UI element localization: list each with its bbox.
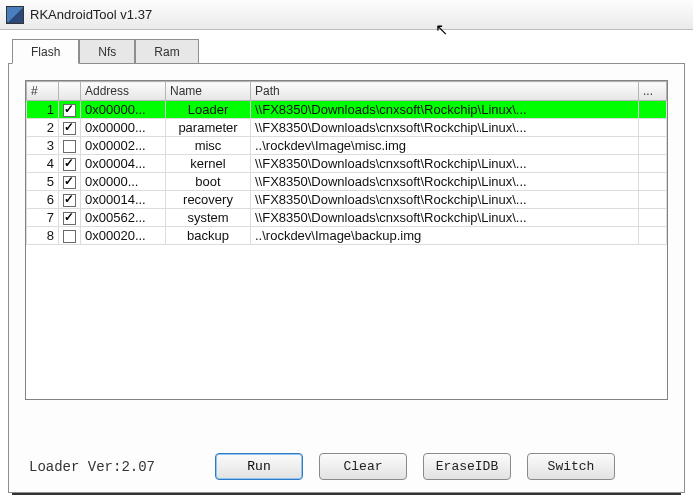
row-num: 6 [27,191,59,209]
tab-nfs[interactable]: Nfs [79,39,135,64]
col-header-more[interactable]: ... [639,82,667,101]
clear-button[interactable]: Clear [319,453,407,480]
table-row[interactable]: 20x00000...parameter\\FX8350\Downloads\c… [27,119,667,137]
run-button[interactable]: Run [215,453,303,480]
row-checkbox[interactable] [59,155,81,173]
row-checkbox[interactable] [59,227,81,245]
table-row[interactable]: 40x00004...kernel\\FX8350\Downloads\cnxs… [27,155,667,173]
app-icon [6,6,24,24]
loader-version-label: Loader Ver:2.07 [29,459,199,475]
row-path[interactable]: ..\rockdev\Image\backup.img [251,227,639,245]
row-address[interactable]: 0x00002... [81,137,166,155]
row-name[interactable]: backup [166,227,251,245]
row-num: 7 [27,209,59,227]
partition-list[interactable]: # Address Name Path ... 10x00000...Loade… [25,80,668,400]
row-checkbox[interactable] [59,209,81,227]
row-address[interactable]: 0x00004... [81,155,166,173]
row-checkbox[interactable] [59,173,81,191]
row-address[interactable]: 0x00562... [81,209,166,227]
status-text: Found RKAndroid Loader Rock Usb [12,493,681,500]
col-header-num[interactable]: # [27,82,59,101]
table-row[interactable]: 50x0000...boot\\FX8350\Downloads\cnxsoft… [27,173,667,191]
row-more[interactable] [639,119,667,137]
row-name[interactable]: boot [166,173,251,191]
col-header-address[interactable]: Address [81,82,166,101]
row-num: 3 [27,137,59,155]
eraseidb-button[interactable]: EraseIDB [423,453,511,480]
tabstrip: Flash Nfs Ram [12,38,685,63]
col-header-name[interactable]: Name [166,82,251,101]
row-path[interactable]: ..\rockdev\Image\misc.img [251,137,639,155]
row-name[interactable]: Loader [166,101,251,119]
table-row[interactable]: 60x00014...recovery\\FX8350\Downloads\cn… [27,191,667,209]
row-address[interactable]: 0x0000... [81,173,166,191]
row-name[interactable]: parameter [166,119,251,137]
row-more[interactable] [639,155,667,173]
titlebar: RKAndroidTool v1.37 [0,0,693,30]
row-path[interactable]: \\FX8350\Downloads\cnxsoft\Rockchip\Linu… [251,119,639,137]
window-title: RKAndroidTool v1.37 [30,7,152,22]
row-num: 5 [27,173,59,191]
row-checkbox[interactable] [59,119,81,137]
row-name[interactable]: system [166,209,251,227]
row-path[interactable]: \\FX8350\Downloads\cnxsoft\Rockchip\Linu… [251,173,639,191]
row-path[interactable]: \\FX8350\Downloads\cnxsoft\Rockchip\Linu… [251,101,639,119]
row-address[interactable]: 0x00000... [81,101,166,119]
row-num: 1 [27,101,59,119]
row-checkbox[interactable] [59,101,81,119]
row-num: 8 [27,227,59,245]
row-num: 2 [27,119,59,137]
row-address[interactable]: 0x00020... [81,227,166,245]
col-header-path[interactable]: Path [251,82,639,101]
row-checkbox[interactable] [59,191,81,209]
row-name[interactable]: misc [166,137,251,155]
row-more[interactable] [639,137,667,155]
row-num: 4 [27,155,59,173]
switch-button[interactable]: Switch [527,453,615,480]
row-more[interactable] [639,227,667,245]
row-path[interactable]: \\FX8350\Downloads\cnxsoft\Rockchip\Linu… [251,209,639,227]
row-address[interactable]: 0x00014... [81,191,166,209]
table-row[interactable]: 80x00020...backup..\rockdev\Image\backup… [27,227,667,245]
row-address[interactable]: 0x00000... [81,119,166,137]
row-path[interactable]: \\FX8350\Downloads\cnxsoft\Rockchip\Linu… [251,191,639,209]
row-more[interactable] [639,101,667,119]
row-path[interactable]: \\FX8350\Downloads\cnxsoft\Rockchip\Linu… [251,155,639,173]
tab-panel-flash: # Address Name Path ... 10x00000...Loade… [8,63,685,493]
row-more[interactable] [639,209,667,227]
tab-flash[interactable]: Flash [12,39,79,64]
row-name[interactable]: kernel [166,155,251,173]
col-header-check[interactable] [59,82,81,101]
table-row[interactable]: 70x00562...system\\FX8350\Downloads\cnxs… [27,209,667,227]
row-more[interactable] [639,173,667,191]
row-more[interactable] [639,191,667,209]
row-name[interactable]: recovery [166,191,251,209]
table-row[interactable]: 30x00002...misc..\rockdev\Image\misc.img [27,137,667,155]
tab-ram[interactable]: Ram [135,39,198,64]
table-row[interactable]: 10x00000...Loader\\FX8350\Downloads\cnxs… [27,101,667,119]
row-checkbox[interactable] [59,137,81,155]
